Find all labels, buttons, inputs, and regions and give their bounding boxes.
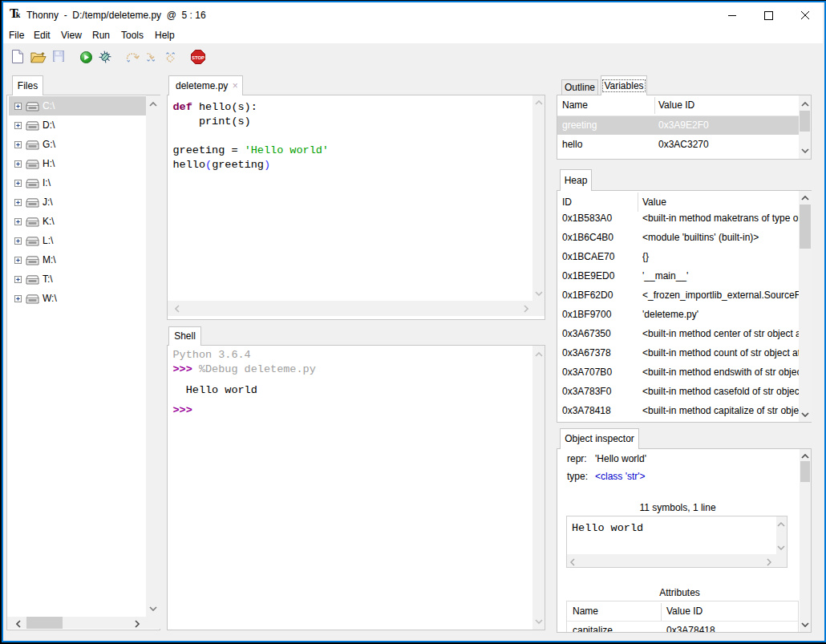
svg-text:STOP: STOP: [192, 55, 204, 60]
